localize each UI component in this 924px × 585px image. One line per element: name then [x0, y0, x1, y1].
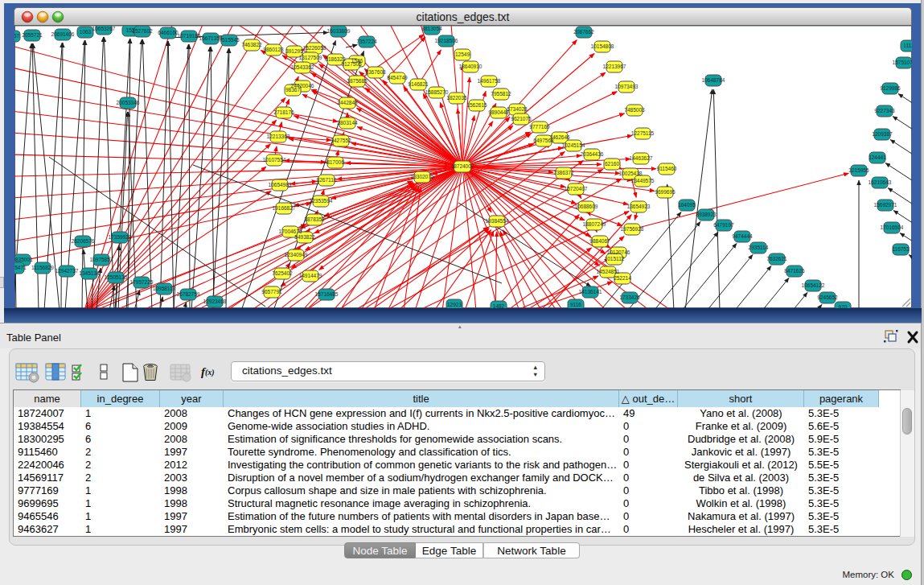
- svg-text:391295: 391295: [285, 48, 303, 54]
- svg-text:26206576: 26206576: [72, 238, 95, 244]
- svg-text:7463822: 7463822: [241, 42, 262, 47]
- svg-text:15226058: 15226058: [303, 45, 326, 51]
- svg-text:7357224: 7357224: [356, 39, 377, 44]
- svg-text:14463627: 14463627: [630, 155, 653, 161]
- svg-text:20691406: 20691406: [51, 31, 75, 37]
- svg-text:2087662: 2087662: [573, 29, 594, 35]
- svg-text:6734028: 6734028: [507, 106, 528, 112]
- svg-text:10973493: 10973493: [615, 84, 639, 89]
- svg-text:9699695: 9699695: [655, 189, 676, 195]
- svg-text:18724007: 18724007: [451, 163, 474, 169]
- svg-text:124441: 124441: [869, 154, 886, 160]
- svg-text:9777169: 9777169: [529, 124, 550, 130]
- svg-text:9146821: 9146821: [408, 81, 429, 87]
- svg-text:8454749: 8454749: [387, 75, 408, 80]
- svg-text:116753: 116753: [892, 246, 910, 252]
- svg-text:7462646: 7462646: [549, 134, 570, 140]
- svg-text:10120746: 10120746: [607, 249, 630, 255]
- svg-text:1733426: 1733426: [619, 295, 640, 300]
- svg-text:8267110: 8267110: [317, 177, 337, 183]
- svg-text:9835001: 9835001: [14, 257, 33, 262]
- svg-text:18807249: 18807249: [583, 221, 606, 227]
- svg-text:2803144: 2803144: [337, 120, 358, 126]
- svg-text:9657791: 9657791: [261, 289, 282, 295]
- svg-text:6479197: 6479197: [713, 222, 734, 228]
- svg-text:98367: 98367: [285, 87, 300, 93]
- svg-text:40557: 40557: [14, 33, 19, 39]
- svg-text:9621075: 9621075: [511, 116, 532, 122]
- svg-text:2055721: 2055721: [22, 32, 43, 38]
- svg-text:12549: 12549: [455, 51, 470, 57]
- svg-text:20364436: 20364436: [581, 151, 604, 157]
- svg-text:1063: 1063: [80, 29, 92, 35]
- svg-text:17004676: 17004676: [279, 229, 302, 234]
- svg-text:9116: 9116: [570, 302, 581, 307]
- svg-text:9127505: 9127505: [341, 61, 362, 67]
- svg-text:7386372: 7386372: [553, 170, 574, 175]
- svg-text:1015112: 1015112: [605, 256, 625, 262]
- svg-text:8813054: 8813054: [421, 26, 442, 31]
- svg-text:9245652: 9245652: [817, 295, 838, 300]
- svg-text:13302075: 13302075: [411, 174, 434, 179]
- svg-text:16033809: 16033809: [327, 28, 351, 34]
- svg-text:13449575: 13449575: [631, 178, 655, 183]
- svg-text:10654122: 10654122: [802, 282, 825, 288]
- svg-text:19166827: 19166827: [273, 205, 296, 211]
- svg-text:2367608: 2367608: [365, 69, 386, 75]
- svg-text:7485003: 7485003: [624, 107, 645, 113]
- svg-text:(x): (x): [205, 368, 215, 377]
- svg-text:1345134: 1345134: [79, 270, 100, 276]
- svg-text:12923468: 12923468: [203, 299, 227, 304]
- svg-text:2442848: 2442848: [337, 100, 358, 105]
- svg-text:164095: 164095: [678, 202, 696, 208]
- svg-text:13654923: 13654923: [627, 204, 651, 209]
- svg-text:15692971: 15692971: [874, 202, 897, 208]
- svg-text:19756928: 19756928: [621, 226, 644, 232]
- svg-text:10653267: 10653267: [92, 26, 116, 31]
- svg-text:11156829: 11156829: [31, 265, 54, 270]
- svg-text:8471626: 8471626: [784, 268, 805, 274]
- svg-text:5493822: 5493822: [294, 234, 315, 240]
- svg-text:15751074: 15751074: [893, 60, 912, 65]
- svg-text:19218506: 19218506: [435, 38, 458, 43]
- svg-text:17016504: 17016504: [881, 225, 904, 230]
- svg-text:62160: 62160: [605, 161, 619, 167]
- svg-text:9860128: 9860128: [263, 47, 284, 52]
- svg-text:8938923: 8938923: [696, 212, 717, 217]
- svg-text:7625402: 7625402: [272, 270, 293, 276]
- svg-text:9427552: 9427552: [331, 138, 351, 143]
- svg-text:20053346: 20053346: [117, 100, 140, 105]
- svg-text:3878352: 3878352: [304, 216, 325, 222]
- svg-text:1527602: 1527602: [132, 28, 153, 34]
- svg-text:10654983: 10654983: [269, 182, 292, 187]
- svg-text:12942737: 12942737: [55, 268, 79, 274]
- svg-text:9129986: 9129986: [880, 85, 901, 91]
- svg-text:14136141: 14136141: [579, 289, 602, 295]
- svg-text:10543362: 10543362: [291, 64, 314, 70]
- svg-text:252214: 252214: [614, 275, 631, 281]
- svg-text:10648784: 10648784: [702, 77, 725, 83]
- svg-text:817006: 817006: [326, 159, 344, 165]
- svg-text:15716485: 15716485: [315, 291, 339, 297]
- svg-text:6466160: 6466160: [158, 30, 179, 35]
- svg-text:14914479: 14914479: [299, 273, 322, 278]
- svg-text:12213363: 12213363: [267, 134, 290, 139]
- svg-text:1822035: 1822035: [446, 95, 467, 101]
- svg-text:9890448: 9890448: [488, 109, 509, 115]
- svg-text:10154808: 10154808: [591, 43, 614, 49]
- svg-text:2718176: 2718176: [273, 109, 294, 115]
- svg-text:7632621: 7632621: [766, 256, 787, 262]
- svg-text:16210643: 16210643: [869, 179, 892, 185]
- svg-text:10025438: 10025438: [619, 171, 643, 176]
- svg-text:17359928: 17359928: [109, 234, 132, 240]
- svg-text:10688609: 10688609: [575, 204, 598, 209]
- svg-text:9227343: 9227343: [874, 108, 895, 113]
- svg-text:1562615: 1562615: [466, 102, 487, 108]
- svg-text:15885270: 15885270: [425, 89, 449, 95]
- svg-text:9115460: 9115460: [657, 166, 677, 171]
- svg-text:7515545: 7515545: [219, 37, 240, 43]
- svg-text:17957225: 17957225: [130, 279, 154, 285]
- svg-text:13127509: 13127509: [299, 55, 322, 60]
- svg-text:3215955: 3215955: [848, 167, 869, 173]
- svg-text:9474444: 9474444: [732, 233, 753, 239]
